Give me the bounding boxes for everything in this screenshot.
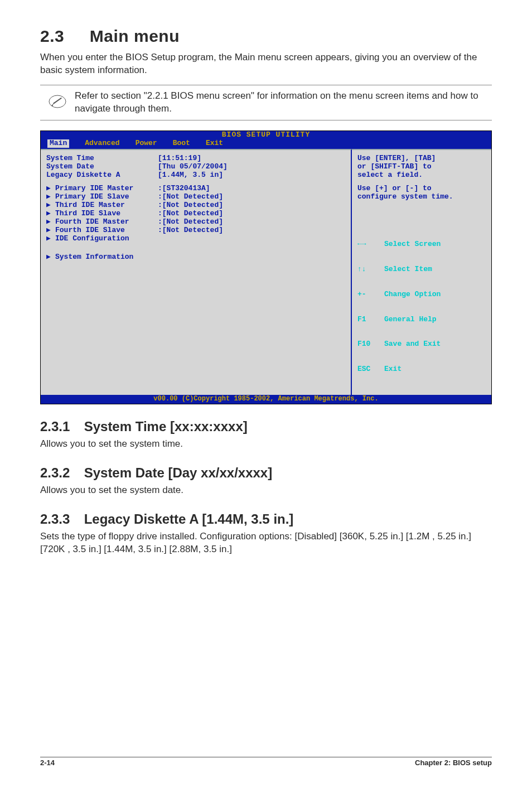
field-label: IDE Configuration xyxy=(55,235,158,243)
bios-submenu-ide-configuration[interactable]: ▶ IDE Configuration xyxy=(46,235,345,243)
subsection-title: System Time [xx:xx:xxxx] xyxy=(84,419,248,434)
bios-tab-advanced[interactable]: Advanced xyxy=(85,139,119,148)
subsection-title: System Date [Day xx/xx/xxxx] xyxy=(84,465,273,480)
bios-tab-boot[interactable]: Boot xyxy=(173,139,190,148)
legend-desc: Change Option xyxy=(384,291,441,299)
subsection-body: Sets the type of floppy drive installed.… xyxy=(40,530,492,556)
svg-point-0 xyxy=(49,95,66,108)
legend-row: ↑↓ Select Item xyxy=(357,265,486,274)
legend-desc: Select Item xyxy=(384,265,432,274)
field-value: :[Not Detected] xyxy=(158,201,345,210)
legend-desc: Select Screen xyxy=(384,240,441,249)
legend-key: ←→ xyxy=(357,240,376,249)
field-label: System Information xyxy=(55,253,167,262)
chapter-label: Chapter 2: BIOS setup xyxy=(415,758,492,767)
legend-key: +- xyxy=(357,291,376,299)
bios-key-legend: ←→ Select Screen ↑↓ Select Item +- Chang… xyxy=(357,224,486,390)
subsection-number: 2.3.2 xyxy=(40,465,80,481)
bios-submenu-third-ide-slave[interactable]: ▶ Third IDE Slave :[Not Detected] xyxy=(46,210,345,218)
bios-tab-bar: Main Advanced Power Boot Exit xyxy=(41,139,491,149)
field-value: [1.44M, 3.5 in] xyxy=(158,171,345,180)
legend-key: ESC xyxy=(357,365,376,374)
subsection-number: 2.3.1 xyxy=(40,419,80,434)
field-value: :[Not Detected] xyxy=(158,193,345,201)
bios-field-legacy-diskette[interactable]: Legacy Diskette A [1.44M, 3.5 in] xyxy=(46,171,345,180)
bios-help-line: or [SHIFT-TAB] to xyxy=(357,163,486,171)
bios-copyright: v00.00 (C)Copyright 1985-2002, American … xyxy=(41,395,491,404)
bios-help-line: select a field. xyxy=(357,171,486,180)
bios-header: BIOS SETUP UTILITY xyxy=(41,131,491,139)
legend-row: ESC Exit xyxy=(357,365,486,374)
legend-desc: Save and Exit xyxy=(384,340,441,349)
field-label: System Time xyxy=(46,154,158,163)
note-text: Refer to section "2.2.1 BIOS menu screen… xyxy=(75,90,492,115)
bios-submenu-fourth-ide-slave[interactable]: ▶ Fourth IDE Slave :[Not Detected] xyxy=(46,226,345,235)
field-label: Fourth IDE Master xyxy=(55,218,158,226)
submenu-arrow-icon: ▶ xyxy=(46,253,55,262)
subsection-number: 2.3.3 xyxy=(40,511,80,527)
legend-key: F10 xyxy=(357,340,376,349)
bios-tab-exit[interactable]: Exit xyxy=(206,139,223,148)
section-intro: When you enter the BIOS Setup program, t… xyxy=(40,51,492,77)
field-label: Third IDE Slave xyxy=(55,210,158,218)
field-value: :[Not Detected] xyxy=(158,210,345,218)
bios-title: BIOS SETUP UTILITY xyxy=(222,131,310,139)
bios-main-panel: System Time [11:51:19] System Date [Thu … xyxy=(41,149,352,395)
bios-screenshot: BIOS SETUP UTILITY Main Advanced Power B… xyxy=(40,131,492,404)
field-label: Primary IDE Master xyxy=(55,185,158,193)
bios-submenu-fourth-ide-master[interactable]: ▶ Fourth IDE Master :[Not Detected] xyxy=(46,218,345,226)
legend-desc: General Help xyxy=(384,316,437,324)
bios-help-line: configure system time. xyxy=(357,193,486,201)
field-label: Fourth IDE Slave xyxy=(55,226,158,235)
subsection-heading: 2.3.2 System Date [Day xx/xx/xxxx] xyxy=(40,465,492,481)
legend-key: ↑↓ xyxy=(357,265,376,274)
subsection-body: Allows you to set the system time. xyxy=(40,438,492,451)
field-value xyxy=(158,235,345,243)
bios-help-line: Use [+] or [-] to xyxy=(357,185,486,193)
bios-submenu-primary-ide-master[interactable]: ▶ Primary IDE Master :[ST320413A] xyxy=(46,185,345,193)
pencil-note-icon xyxy=(40,90,75,111)
legend-desc: Exit xyxy=(384,365,402,374)
subsection-title: Legacy Diskette A [1.44M, 3.5 in.] xyxy=(84,511,294,526)
submenu-arrow-icon: ▶ xyxy=(46,210,55,218)
submenu-arrow-icon: ▶ xyxy=(46,218,55,226)
legend-row: +- Change Option xyxy=(357,291,486,299)
subsection-body: Allows you to set the system date. xyxy=(40,484,492,497)
section-number: 2.3 xyxy=(40,27,85,46)
section-heading: 2.3 Main menu xyxy=(40,27,492,46)
submenu-arrow-icon: ▶ xyxy=(46,226,55,235)
bios-submenu-third-ide-master[interactable]: ▶ Third IDE Master :[Not Detected] xyxy=(46,201,345,210)
legend-row: ←→ Select Screen xyxy=(357,240,486,249)
bios-submenu-primary-ide-slave[interactable]: ▶ Primary IDE Slave :[Not Detected] xyxy=(46,193,345,201)
page-number: 2-14 xyxy=(40,758,55,767)
subsection-heading: 2.3.1 System Time [xx:xx:xxxx] xyxy=(40,419,492,434)
field-value: [Thu 05/07/2004] xyxy=(158,163,345,171)
field-label: Third IDE Master xyxy=(55,201,158,210)
page-footer: 2-14 Chapter 2: BIOS setup xyxy=(40,757,492,767)
bios-field-system-date[interactable]: System Date [Thu 05/07/2004] xyxy=(46,163,345,171)
bios-help-panel: Use [ENTER], [TAB] or [SHIFT-TAB] to sel… xyxy=(352,149,491,395)
bios-tab-power[interactable]: Power xyxy=(136,139,157,148)
legend-row: F1 General Help xyxy=(357,316,486,324)
field-label: System Date xyxy=(46,163,158,171)
submenu-arrow-icon: ▶ xyxy=(46,193,55,201)
legend-row: F10 Save and Exit xyxy=(357,340,486,349)
bios-tab-main[interactable]: Main xyxy=(47,139,69,148)
submenu-arrow-icon: ▶ xyxy=(46,201,55,210)
section-title: Main menu xyxy=(90,27,180,45)
submenu-arrow-icon: ▶ xyxy=(46,235,55,243)
field-label: Primary IDE Slave xyxy=(55,193,158,201)
bios-help-line: Use [ENTER], [TAB] xyxy=(357,154,486,163)
submenu-arrow-icon: ▶ xyxy=(46,185,55,193)
field-value: :[Not Detected] xyxy=(158,226,345,235)
field-value: [11:51:19] xyxy=(158,154,345,163)
field-label: Legacy Diskette A xyxy=(46,171,158,180)
legend-key: F1 xyxy=(357,316,376,324)
svg-rect-1 xyxy=(53,98,62,104)
bios-field-system-time[interactable]: System Time [11:51:19] xyxy=(46,154,345,163)
field-value: :[ST320413A] xyxy=(158,185,345,193)
bios-submenu-system-information[interactable]: ▶ System Information xyxy=(46,253,345,262)
subsection-heading: 2.3.3 Legacy Diskette A [1.44M, 3.5 in.] xyxy=(40,511,492,527)
note-block: Refer to section "2.2.1 BIOS menu screen… xyxy=(40,85,492,120)
field-value: :[Not Detected] xyxy=(158,218,345,226)
